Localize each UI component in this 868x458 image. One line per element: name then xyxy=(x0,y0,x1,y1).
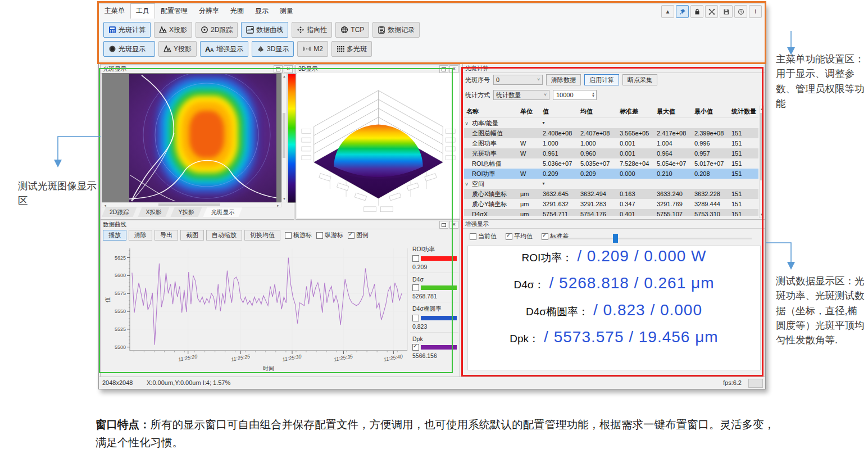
lock-icon[interactable] xyxy=(690,5,703,18)
group-row-spatial[interactable]: ˅空间▼ xyxy=(464,179,758,189)
toggle-mean-button[interactable]: 切换均值 xyxy=(244,230,280,241)
y-projection-icon xyxy=(163,45,171,53)
tcp-button[interactable]: TCP xyxy=(335,22,369,38)
layout-cut-icon[interactable] xyxy=(705,5,718,18)
m2-button[interactable]: M2 xyxy=(297,41,328,57)
beam-horizontal-scrollbar[interactable]: ◄► xyxy=(102,202,281,207)
resize-grip[interactable] xyxy=(748,379,763,388)
collapse-ribbon-icon[interactable]: ▲ xyxy=(661,5,674,18)
save-icon[interactable] xyxy=(720,5,733,18)
legend-item-dpk: Dpk 5566.156 xyxy=(410,332,458,361)
table-row[interactable]: 光斑功率W0.9610.9600.0010.9640.957151 xyxy=(464,148,758,158)
curve-panel-title: 数据曲线 xyxy=(103,221,126,228)
export-button[interactable]: 导出 xyxy=(154,230,178,241)
clear-data-button[interactable]: 清除数据 xyxy=(546,74,581,85)
enhance-display-button[interactable]: AA 增强显示 xyxy=(200,41,248,57)
dot-grid-icon xyxy=(337,45,344,53)
beam-spot-image[interactable] xyxy=(129,74,276,202)
h-cursor-checkbox[interactable]: 横游标 xyxy=(285,231,312,239)
legend-checkbox[interactable]: 图例 xyxy=(348,231,369,239)
font-size-slider[interactable] xyxy=(548,238,752,239)
slider-handle[interactable] xyxy=(613,234,618,243)
surface-3d-plot[interactable] xyxy=(297,73,460,218)
beam-calc-button[interactable]: 光斑计算 xyxy=(103,22,151,38)
play-button[interactable]: 播放 xyxy=(103,230,126,241)
curve-panel-titlebar: 数据曲线 ✕ xyxy=(101,220,460,229)
menu-tab-config[interactable]: 配置管理 xyxy=(155,3,193,18)
menu-tab-resolution[interactable]: 分辨率 xyxy=(193,3,225,18)
enhance-display-panel: 增强显示 当前值 平均值 标准差 ROI功率：/ 0.209 / 0.000 W… xyxy=(462,219,765,378)
restore-icon[interactable] xyxy=(274,65,283,73)
stat-count-spinner[interactable]: 10000▲▼ xyxy=(553,90,597,100)
filter-dropdown-icon[interactable]: ▼ xyxy=(542,179,546,189)
history-icon[interactable] xyxy=(734,5,747,18)
mean-value-checkbox[interactable]: 平均值 xyxy=(506,232,533,241)
restore-icon[interactable] xyxy=(439,221,448,229)
v-cursor-checkbox[interactable]: 纵游标 xyxy=(316,231,343,239)
table-row[interactable]: 质心Y轴坐标µm3291.6323291.2830.3473291.769328… xyxy=(464,199,758,209)
y-projection-button[interactable]: Y投影 xyxy=(158,41,197,57)
data-record-button[interactable]: 数据记录 xyxy=(372,22,420,38)
pyramid-icon xyxy=(257,45,265,53)
snapshot-button[interactable]: 截图 xyxy=(180,230,204,241)
current-value-checkbox[interactable]: 当前值 xyxy=(470,232,497,241)
table-row[interactable]: 质心X轴坐标µm3632.6453632.4940.1633633.240363… xyxy=(464,189,758,199)
tab-y-projection[interactable]: Y投影 xyxy=(170,207,202,217)
filter-dropdown-icon[interactable]: ▼ xyxy=(542,118,546,128)
table-vertical-scrollbar[interactable]: ▲▼ xyxy=(759,106,764,218)
app-window: 主菜单 工具 配置管理 分辨率 光圈 显示 测量 ▲ xyxy=(98,3,766,389)
menu-tab-tools[interactable]: 工具 xyxy=(130,3,155,19)
table-header: 名称单位 值均值 标准差最大值 最小值统计数量 xyxy=(464,106,758,118)
annotation-right-bottom-text: 测试数据显示区：光斑功率、光斑测试数据（坐标，直径,椭圆度等）光斑平顶均匀性发散… xyxy=(776,274,866,347)
beam-waist-icon xyxy=(302,45,311,53)
font-size-icon: AA xyxy=(205,45,214,53)
legend-checkbox[interactable] xyxy=(412,344,419,351)
button-label: 增强显示 xyxy=(216,44,243,54)
close-icon[interactable]: ✕ xyxy=(449,65,458,73)
table-row[interactable]: 全图总幅值2.408e+082.407e+083.565e+052.417e+0… xyxy=(464,128,758,138)
menu-tab-display[interactable]: 显示 xyxy=(249,3,274,18)
beam-overlay-curves xyxy=(129,74,276,202)
close-icon[interactable]: ✕ xyxy=(284,65,293,73)
table-row[interactable]: ROI总幅值5.036e+075.035e+077.528e+045.054e+… xyxy=(464,158,758,169)
table-row-selected[interactable]: ROI功率W0.2090.2090.0000.2100.208151 xyxy=(464,169,758,179)
enable-calc-button[interactable]: 启用计算 xyxy=(584,74,619,85)
enhance-panel-title: 增强显示 xyxy=(465,220,489,227)
data-curve-button[interactable]: 数据曲线 xyxy=(241,22,288,38)
menu-tab-measure[interactable]: 测量 xyxy=(274,3,299,18)
clear-button[interactable]: 清除 xyxy=(129,230,152,241)
tab-x-projection[interactable]: X投影 xyxy=(138,207,169,217)
table-row[interactable]: 全图功率W1.0001.0000.0011.0040.996151 xyxy=(464,138,758,148)
readout-dpk: Dpk：/ 5573.575 / 19.456 μm xyxy=(468,328,760,354)
x-projection-button[interactable]: X投影 xyxy=(154,22,192,38)
legend-checkbox[interactable] xyxy=(412,255,419,262)
tab-beam-display[interactable]: 光斑显示 xyxy=(203,207,242,217)
track2d-button[interactable]: 2D跟踪 xyxy=(196,22,238,38)
menu-tab-aperture[interactable]: 光圈 xyxy=(225,3,249,18)
pin-icon[interactable] xyxy=(676,5,689,18)
multi-spot-button[interactable]: 多光斑 xyxy=(331,41,372,57)
beam-display-button[interactable]: 光斑显示 xyxy=(103,41,155,57)
legend-color-bar xyxy=(421,256,457,261)
stat-mode-select[interactable]: 统计数量˅ xyxy=(493,90,549,100)
beam-vertical-scrollbar[interactable]: ▲▼ xyxy=(281,73,287,202)
display3d-button[interactable]: 3D显示 xyxy=(252,41,294,57)
curve-chart-icon xyxy=(246,26,254,34)
group-row-power[interactable]: ˅功率/能量▼ xyxy=(464,118,758,128)
restore-icon[interactable] xyxy=(439,65,448,73)
button-label: 光斑计算 xyxy=(119,25,146,35)
autoscale-button[interactable]: 自动缩放 xyxy=(206,230,242,241)
caption-body: 所有的显示窗口可自由组合并保存配置文件，方便调用，也可使用系统默认的配置管理功能… xyxy=(96,418,775,448)
legend-checkbox[interactable] xyxy=(412,315,419,321)
info-icon[interactable]: i xyxy=(749,5,762,18)
tab-2d-track[interactable]: 2D跟踪 xyxy=(102,207,137,217)
close-icon[interactable]: ✕ xyxy=(449,221,458,229)
legend-checkbox[interactable] xyxy=(412,284,419,291)
breakpoint-capture-button[interactable]: 断点采集 xyxy=(622,74,657,85)
pointing-button[interactable]: 指向性 xyxy=(292,22,332,38)
spot-index-select[interactable]: 0˅ xyxy=(493,75,543,85)
menu-tab-main[interactable]: 主菜单 xyxy=(99,3,130,18)
trend-line-chart[interactable]: 55005525555055755600562511:25:2011:25:25… xyxy=(104,244,412,376)
table-row[interactable]: D4σXµm5754.7115754.1760.4015755.1075753.… xyxy=(464,209,758,216)
globe-icon xyxy=(340,26,348,34)
